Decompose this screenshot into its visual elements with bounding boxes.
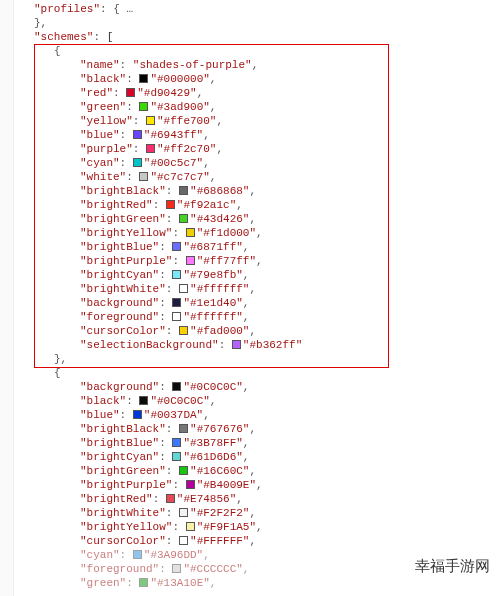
json-value: "#f1d000" <box>197 227 256 239</box>
json-entry-brightBlack: "brightBlack": "#767676", <box>14 422 500 436</box>
color-swatch-icon <box>126 88 135 97</box>
json-value: "#3A96DD" <box>144 549 203 561</box>
color-swatch-icon <box>179 466 188 475</box>
json-value: "#000000" <box>150 73 209 85</box>
json-entry-brightGreen: "brightGreen": "#43d426", <box>14 212 500 226</box>
color-swatch-icon <box>146 116 155 125</box>
json-value: "#F9F1A5" <box>197 521 256 533</box>
json-entry-name: "name": "shades-of-purple", <box>14 58 500 72</box>
color-swatch-icon <box>133 158 142 167</box>
json-entry-black: "black": "#0C0C0C", <box>14 394 500 408</box>
color-swatch-icon <box>172 382 181 391</box>
json-key: "white" <box>80 171 126 183</box>
json-key: "background" <box>80 381 159 393</box>
json-entry-brightWhite: "brightWhite": "#ffffff", <box>14 282 500 296</box>
color-swatch-icon <box>139 74 148 83</box>
json-key: "brightPurple" <box>80 255 172 267</box>
json-value: "#E74856" <box>177 493 236 505</box>
json-key: "selectionBackground" <box>80 339 219 351</box>
color-swatch-icon <box>186 480 195 489</box>
color-swatch-icon <box>186 228 195 237</box>
color-swatch-icon <box>179 186 188 195</box>
json-key: "yellow" <box>80 115 133 127</box>
json-entry-cursorColor: "cursorColor": "#FFFFFF", <box>14 534 500 548</box>
json-entry-cyan: "cyan": "#00c5c7", <box>14 156 500 170</box>
color-swatch-icon <box>179 284 188 293</box>
json-value: "#ffe700" <box>157 115 216 127</box>
json-key: "brightYellow" <box>80 227 172 239</box>
color-swatch-icon <box>172 270 181 279</box>
json-value: "#ff2c70" <box>157 143 216 155</box>
json-value: "#6871ff" <box>183 241 242 253</box>
json-value: "#6943ff" <box>144 129 203 141</box>
json-key: "brightGreen" <box>80 213 166 225</box>
json-value: "#0C0C0C" <box>183 381 242 393</box>
watermark: 幸福手游网 <box>415 557 490 576</box>
color-swatch-icon <box>172 242 181 251</box>
json-key: "black" <box>80 73 126 85</box>
json-value: "#CCCCCC" <box>183 563 242 575</box>
color-swatch-icon <box>186 256 195 265</box>
color-swatch-icon <box>139 578 148 587</box>
json-entry-green: "green": "#13A10E", <box>14 576 500 590</box>
json-entry-brightYellow: "brightYellow": "#F9F1A5", <box>14 520 500 534</box>
color-swatch-icon <box>139 172 148 181</box>
json-value: "#f92a1c" <box>177 199 236 211</box>
json-value: "#B4009E" <box>197 479 256 491</box>
json-entry-brightPurple: "brightPurple": "#B4009E", <box>14 478 500 492</box>
json-key: "red" <box>80 87 113 99</box>
json-key: "cursorColor" <box>80 325 166 337</box>
color-swatch-icon <box>139 102 148 111</box>
json-entry-brightPurple: "brightPurple": "#ff77ff", <box>14 254 500 268</box>
color-swatch-icon <box>179 214 188 223</box>
json-entry-brightCyan: "brightCyan": "#79e8fb", <box>14 268 500 282</box>
json-value: "#d90429" <box>137 87 196 99</box>
json-key: "brightCyan" <box>80 451 159 463</box>
code-area[interactable]: "profiles": { … }, "schemes": [ { "name"… <box>14 0 500 590</box>
json-key: "brightGreen" <box>80 465 166 477</box>
json-key: "name" <box>80 59 120 71</box>
json-entry-black: "black": "#000000", <box>14 72 500 86</box>
json-entry-brightBlack: "brightBlack": "#686868", <box>14 184 500 198</box>
json-value: "shades-of-purple" <box>133 59 252 71</box>
json-entry-foreground: "foreground": "#ffffff", <box>14 310 500 324</box>
json-key: "brightWhite" <box>80 283 166 295</box>
editor-gutter <box>0 0 14 596</box>
color-swatch-icon <box>172 452 181 461</box>
color-swatch-icon <box>179 508 188 517</box>
json-value: "#ffffff" <box>183 311 242 323</box>
json-entry-brightGreen: "brightGreen": "#16C60C", <box>14 464 500 478</box>
color-swatch-icon <box>179 424 188 433</box>
scheme1-close: }, <box>14 352 500 366</box>
json-key: "purple" <box>80 143 133 155</box>
color-swatch-icon <box>166 494 175 503</box>
color-swatch-icon <box>179 536 188 545</box>
json-value: "#1e1d40" <box>183 297 242 309</box>
json-entry-brightRed: "brightRed": "#f92a1c", <box>14 198 500 212</box>
json-entry-background: "background": "#0C0C0C", <box>14 380 500 394</box>
json-key: "black" <box>80 395 126 407</box>
json-entry-green: "green": "#3ad900", <box>14 100 500 114</box>
color-swatch-icon <box>146 144 155 153</box>
json-entry-white: "white": "#c7c7c7", <box>14 170 500 184</box>
json-key: "cursorColor" <box>80 535 166 547</box>
json-entry-blue: "blue": "#0037DA", <box>14 408 500 422</box>
color-swatch-icon <box>166 200 175 209</box>
color-swatch-icon <box>172 298 181 307</box>
scheme1-open: { <box>14 44 500 58</box>
color-swatch-icon <box>172 564 181 573</box>
json-value: "#3ad900" <box>150 101 209 113</box>
json-entry-blue: "blue": "#6943ff", <box>14 128 500 142</box>
json-key: "brightBlack" <box>80 185 166 197</box>
json-key: "brightYellow" <box>80 521 172 533</box>
json-entry-yellow: "yellow": "#ffe700", <box>14 114 500 128</box>
scheme2-open: { <box>14 366 500 380</box>
json-value: "#00c5c7" <box>144 157 203 169</box>
json-value: "#FFFFFF" <box>190 535 249 547</box>
json-key: "cyan" <box>80 549 120 561</box>
color-swatch-icon <box>133 550 142 559</box>
json-key: "brightWhite" <box>80 507 166 519</box>
json-entry-selectionBackground: "selectionBackground": "#b362ff" <box>14 338 500 352</box>
json-entry-brightBlue: "brightBlue": "#6871ff", <box>14 240 500 254</box>
json-entry-background: "background": "#1e1d40", <box>14 296 500 310</box>
